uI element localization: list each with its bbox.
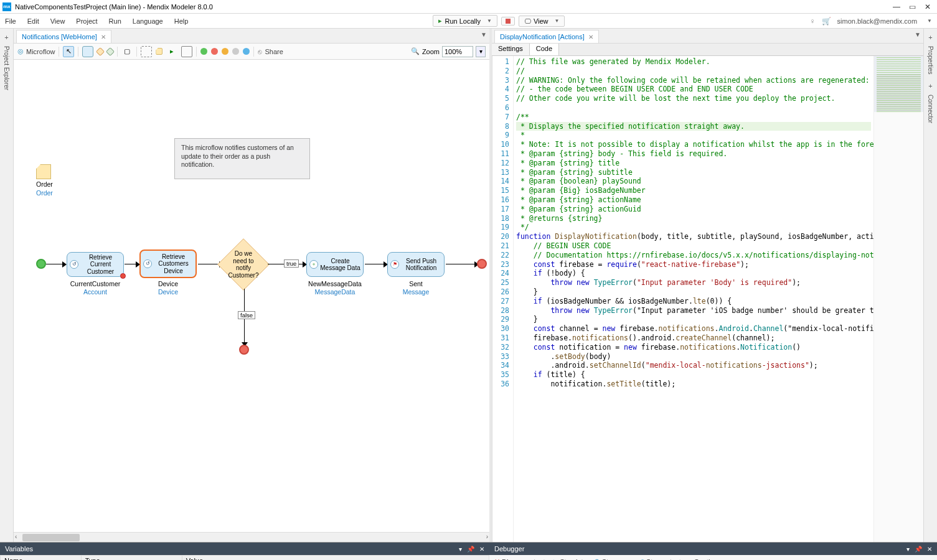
tab-settings[interactable]: Settings	[492, 44, 530, 55]
step-over-button[interactable]: ↷Step over	[595, 558, 631, 560]
color-red-icon[interactable]	[211, 48, 218, 55]
store-icon[interactable]: 🛒	[822, 17, 831, 26]
panel-close-icon[interactable]: ✕	[927, 546, 932, 553]
close-icon[interactable]: ✕	[588, 34, 593, 40]
activity-send-push-notification[interactable]: ⚑Send Push Notification	[387, 252, 445, 277]
branch-true: true	[284, 259, 299, 268]
step-out-button[interactable]: ↗Step out	[639, 558, 672, 560]
annotation[interactable]: This microflow notifies customers of an …	[174, 138, 310, 179]
activity-retrieve-current-customer[interactable]: ↺Retrieve Current Customer	[67, 252, 124, 277]
minimize-icon[interactable]: —	[893, 2, 900, 11]
panel-pin-icon[interactable]: 📌	[915, 546, 922, 553]
decision-notify[interactable]: Do we need to notify Customer?	[218, 239, 269, 290]
panel-pin-icon[interactable]: 📌	[467, 546, 474, 553]
color-blue-icon[interactable]	[243, 48, 250, 55]
tool-param[interactable]	[156, 48, 162, 55]
maximize-icon[interactable]: ▭	[909, 2, 916, 11]
titlebar: mx NativeComponentsTestProject (Main lin…	[0, 0, 937, 14]
debugger-title: Debugger	[494, 545, 524, 553]
panel-menu-icon[interactable]: ▾	[906, 546, 910, 553]
panel-close-icon[interactable]: ✕	[479, 546, 484, 553]
tool-continue[interactable]: ▸	[166, 46, 177, 57]
right-doc-tabs: DisplayNotification [Actions]✕ ▼	[492, 29, 923, 44]
tool-activity[interactable]	[82, 46, 93, 57]
activity-create-message-data[interactable]: ＋Create Message Data	[306, 252, 364, 277]
feedback-icon[interactable]: ♀	[810, 17, 816, 26]
side-project-explorer[interactable]: + Project Explorer	[0, 29, 14, 542]
continue-button[interactable]: ▸Continue	[689, 558, 722, 560]
left-doc-tabs: Notifications [WebHome]✕ ▼	[14, 29, 489, 44]
tab-code[interactable]: Code	[530, 44, 559, 55]
canvas-h-scrollbar[interactable]: ‹›	[14, 532, 489, 542]
zoom-label: Zoom	[422, 48, 440, 55]
color-orange-icon[interactable]	[222, 48, 228, 55]
menu-edit[interactable]: Edit	[27, 17, 39, 25]
tool-decision[interactable]	[96, 47, 105, 55]
plus-icon[interactable]: +	[4, 34, 8, 41]
microflow-canvas[interactable]: This microflow notifies customers of an …	[14, 60, 489, 532]
code-lines[interactable]: // This file was generated by Mendix Mod…	[514, 56, 873, 542]
tool-break[interactable]	[181, 46, 192, 57]
tabs-dropdown-icon[interactable]: ▼	[915, 31, 921, 38]
tool-annotation[interactable]: ▢	[121, 46, 133, 57]
run-locally-button[interactable]: ▸ Run Locally ▼	[433, 15, 497, 27]
menu-run[interactable]: Run	[109, 17, 121, 25]
disconnect-button[interactable]: ⨯Disconnect	[494, 558, 535, 560]
microflow-toolbar: ◎Microflow ↖ ▢ ▸ ⎋Share 🔍 Zoom	[14, 44, 489, 60]
menu-project[interactable]: Project	[76, 17, 97, 25]
zoom-input[interactable]	[442, 46, 473, 57]
stop-button[interactable]	[501, 17, 515, 26]
tool-merge[interactable]	[106, 47, 115, 55]
color-grey-icon[interactable]	[232, 48, 239, 55]
line-gutter: 1234567891011121314151617181920212223242…	[492, 56, 514, 542]
step-into-button[interactable]: ↘Step into	[552, 558, 586, 560]
menubar: File Edit View Project Run Language Help…	[0, 14, 937, 29]
menu-view[interactable]: View	[50, 17, 65, 25]
zoom-dropdown[interactable]: ▾	[476, 46, 486, 57]
variables-table[interactable]: Name Type Value CurrentCustomerEmpty(emp…	[0, 555, 489, 560]
menu-help[interactable]: Help	[174, 17, 189, 25]
plus-icon[interactable]: +	[928, 34, 932, 41]
panel-menu-icon[interactable]: ▾	[459, 546, 462, 553]
color-green-icon[interactable]	[200, 48, 207, 55]
activity-retrieve-customers-device[interactable]: ↺Retrieve Customers Device	[139, 250, 197, 278]
window-controls: — ▭ ✕	[893, 2, 935, 11]
menu-file[interactable]: File	[5, 17, 16, 25]
share-button[interactable]: ⎋Share	[258, 48, 283, 55]
parameter-order[interactable]: Order Order	[36, 164, 53, 197]
menu-language[interactable]: Language	[133, 17, 163, 25]
tab-display-notification[interactable]: DisplayNotification [Actions]✕	[494, 30, 599, 43]
view-button[interactable]: 🖵 View ▼	[519, 16, 565, 27]
plus-icon[interactable]: +	[928, 82, 932, 90]
tabs-dropdown-icon[interactable]: ▼	[481, 31, 487, 38]
breakpoint-icon	[120, 273, 126, 279]
side-properties[interactable]: + Properties + Connector	[923, 29, 937, 542]
end-event-false[interactable]	[239, 345, 249, 355]
code-subtabs: Settings Code	[492, 44, 923, 56]
tool-loop[interactable]	[141, 46, 152, 57]
app-logo: mx	[2, 2, 11, 11]
tab-notifications[interactable]: Notifications [WebHome]✕	[16, 30, 111, 43]
variables-panel: Variables ▾📌✕ Name Type Value CurrentCus…	[0, 542, 489, 560]
start-event[interactable]	[36, 259, 46, 269]
end-event[interactable]	[477, 259, 487, 269]
debugger-toolbar: ⨯Disconnect | ↘Step into ↷Step over ↗Ste…	[489, 555, 937, 560]
account-label[interactable]: simon.black@mendix.com	[837, 17, 918, 25]
variables-title: Variables	[5, 545, 33, 553]
microflow-label: ◎Microflow	[17, 47, 55, 55]
zoom-icon: 🔍	[411, 47, 420, 55]
window-title: NativeComponentsTestProject (Main line) …	[15, 3, 893, 11]
close-icon[interactable]: ✕	[101, 34, 106, 40]
tool-pointer[interactable]: ↖	[63, 46, 74, 57]
branch-false: false	[238, 311, 255, 319]
debugger-panel: Debugger ▾📌✕ ⨯Disconnect | ↘Step into ↷S…	[489, 542, 937, 560]
minimap[interactable]	[873, 56, 923, 542]
close-icon[interactable]: ✕	[925, 2, 931, 11]
code-editor[interactable]: 1234567891011121314151617181920212223242…	[492, 56, 923, 542]
